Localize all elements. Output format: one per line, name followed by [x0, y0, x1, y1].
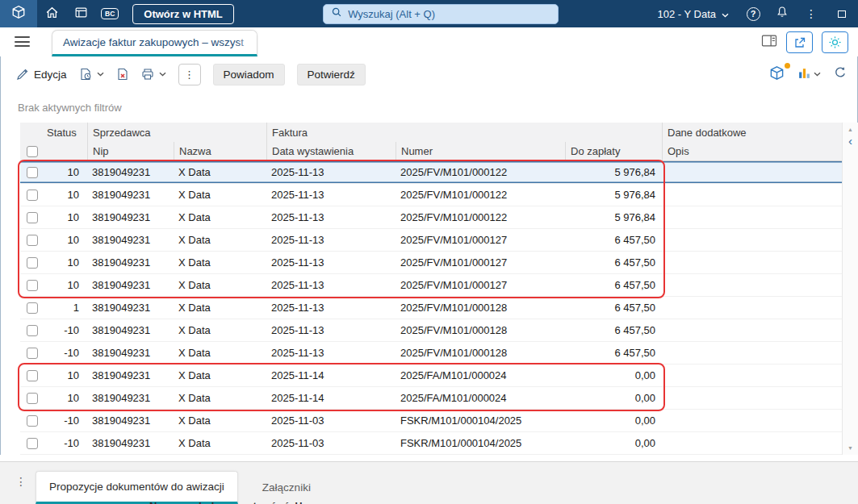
cell-do-zaplaty: 0,00	[565, 392, 662, 404]
home-button[interactable]	[37, 0, 66, 27]
row-checkbox[interactable]	[27, 212, 38, 223]
table-row[interactable]: 1 3819049231 X Data 2025-11-13 2025/FV/M…	[20, 297, 842, 319]
row-checkbox[interactable]	[27, 235, 38, 246]
table-row[interactable]: -10 3819049231 X Data 2025-11-13 2025/FV…	[20, 319, 842, 342]
settings-menu-button[interactable]: ⋮	[797, 0, 826, 27]
table-row[interactable]: 10 3819049231 X Data 2025-11-13 2025/FV/…	[20, 229, 842, 252]
copilot-button[interactable]	[822, 31, 848, 53]
cell-numer: 2025/FV/M101/000122	[396, 211, 565, 223]
printer-icon	[141, 68, 154, 81]
cell-data-wystawienia: 2025-11-14	[266, 392, 396, 404]
row-checkbox[interactable]	[27, 257, 38, 269]
group-header-status[interactable]: Status	[44, 123, 87, 142]
cell-data-wystawienia: 2025-11-13	[266, 302, 396, 314]
cell-do-zaplaty: 6 457,50	[565, 347, 662, 359]
table-row[interactable]: 10 3819049231 X Data 2025-11-13 2025/FV/…	[20, 252, 842, 274]
cell-do-zaplaty: 6 457,50	[565, 302, 662, 314]
company-selector[interactable]: 102 - Y Data	[648, 0, 739, 27]
row-checkbox[interactable]	[27, 167, 38, 178]
print-button[interactable]	[141, 68, 166, 81]
more-options-button[interactable]: ⋮	[178, 64, 201, 85]
table-row[interactable]: 10 3819049231 X Data 2025-11-13 2025/FV/…	[20, 274, 842, 297]
column-header-do-zaplaty[interactable]: Do zapłaty	[565, 142, 662, 160]
cell-status: 10	[44, 211, 87, 223]
table-row[interactable]: 10 3819049231 X Data 2025-11-13 2025/FV/…	[20, 184, 842, 206]
table-row[interactable]: -10 3819049231 X Data 2025-11-03 FSKR/M1…	[20, 410, 842, 432]
row-checkbox[interactable]	[27, 415, 38, 427]
cell-status: 10	[44, 234, 87, 246]
cell-nazwa: X Data	[174, 347, 266, 359]
row-checkbox[interactable]	[27, 370, 38, 381]
factbox-layout-button[interactable]	[761, 34, 777, 51]
delete-document-button[interactable]	[116, 68, 129, 81]
row-checkbox[interactable]	[27, 302, 38, 314]
row-checkbox[interactable]	[27, 280, 38, 291]
document-history-button[interactable]	[79, 68, 104, 81]
cell-numer: 2025/FV/M101/000127	[396, 234, 565, 246]
cell-numer: 2025/FV/M101/000122	[396, 166, 565, 178]
bottom-tab-zalaczniki[interactable]: Załączniki	[257, 471, 316, 504]
row-checkbox[interactable]	[27, 438, 38, 449]
table-group-header-row: Status Sprzedawca Faktura Dane dodatkowe	[20, 123, 842, 142]
refresh-button[interactable]	[834, 66, 847, 82]
column-header-data-wystawienia[interactable]: Data wystawienia	[266, 142, 396, 160]
table-row[interactable]: 10 3819049231 X Data 2025-11-13 2025/FV/…	[20, 161, 842, 184]
cell-nazwa: X Data	[174, 324, 266, 336]
notify-button[interactable]: Powiadom	[213, 64, 285, 85]
bottom-tab-propozycje[interactable]: Propozycje dokumentów do awizacji	[36, 471, 238, 504]
table-row[interactable]: 10 3819049231 X Data 2025-11-14 2025/FA/…	[20, 387, 842, 410]
global-search[interactable]	[323, 4, 559, 24]
group-header-sprzedawca[interactable]: Sprzedawca	[87, 123, 266, 142]
share-icon	[793, 36, 806, 49]
scroll-up-icon[interactable]: ▲	[843, 127, 858, 132]
edit-button[interactable]: Edycja	[16, 68, 67, 81]
column-header-nip[interactable]: Nip	[87, 142, 174, 160]
row-checkbox[interactable]	[27, 348, 38, 359]
select-all-checkbox[interactable]	[27, 146, 38, 157]
bc-badge[interactable]: BC	[101, 8, 119, 20]
scroll-down-icon[interactable]: ▼	[843, 445, 858, 451]
cell-status: 10	[44, 166, 87, 178]
open-in-html-button[interactable]: Otwórz w HTML	[132, 4, 234, 24]
part-menu-button[interactable]: ⋮	[15, 475, 27, 488]
layout-panel-icon	[761, 34, 777, 51]
table-body: 10 3819049231 X Data 2025-11-13 2025/FV/…	[20, 161, 842, 455]
cell-data-wystawienia: 2025-11-13	[266, 189, 396, 201]
group-header-dane-dodatkowe[interactable]: Dane dodatkowe	[662, 123, 842, 142]
row-checkbox[interactable]	[27, 393, 38, 404]
nav-menu-button[interactable]	[15, 36, 30, 47]
cell-numer: 2025/FA/M101/000024	[396, 369, 565, 381]
more-vertical-icon: ⋮	[806, 7, 817, 20]
analysis-button[interactable]	[797, 66, 821, 83]
pages-button[interactable]	[66, 0, 95, 27]
chevron-down-icon	[159, 72, 166, 77]
row-checkbox[interactable]	[27, 325, 38, 336]
maximize-button[interactable]	[826, 0, 858, 27]
related-entity-button[interactable]	[769, 65, 785, 84]
list-grid: Status Sprzedawca Faktura Dane dodatkowe…	[20, 123, 842, 455]
edit-pencil-icon	[16, 68, 29, 81]
cell-numer: 2025/FV/M101/000128	[396, 324, 565, 336]
confirm-button[interactable]: Potwierdź	[297, 64, 366, 85]
search-input[interactable]	[348, 8, 550, 20]
table-row[interactable]: -10 3819049231 X Data 2025-11-03 FSKR/M1…	[20, 432, 842, 455]
group-header-faktura[interactable]: Faktura	[266, 123, 662, 142]
cell-status: 10	[44, 189, 87, 201]
column-header-opis[interactable]: Opis	[662, 142, 842, 160]
cell-data-wystawienia: 2025-11-13	[266, 234, 396, 246]
cell-do-zaplaty: 6 457,50	[565, 279, 662, 291]
table-row[interactable]: -10 3819049231 X Data 2025-11-13 2025/FV…	[20, 342, 842, 364]
column-header-nazwa[interactable]: Nazwa	[174, 142, 266, 160]
cell-nazwa: X Data	[174, 302, 266, 314]
app-launcher-button[interactable]	[0, 0, 37, 27]
cell-status: -10	[44, 414, 87, 427]
help-button[interactable]: ?	[739, 0, 768, 27]
table-row[interactable]: 10 3819049231 X Data 2025-11-13 2025/FV/…	[20, 206, 842, 229]
column-header-numer[interactable]: Numer	[396, 142, 565, 160]
notifications-button[interactable]	[768, 0, 797, 27]
page-tab[interactable]: Awizacje faktur zakupowych – wszyst	[52, 30, 257, 56]
row-checkbox[interactable]	[27, 190, 38, 201]
share-button[interactable]	[786, 31, 813, 53]
factbox-collapse-icon[interactable]: ‹	[843, 135, 858, 147]
table-row[interactable]: 10 3819049231 X Data 2025-11-14 2025/FA/…	[20, 364, 842, 387]
